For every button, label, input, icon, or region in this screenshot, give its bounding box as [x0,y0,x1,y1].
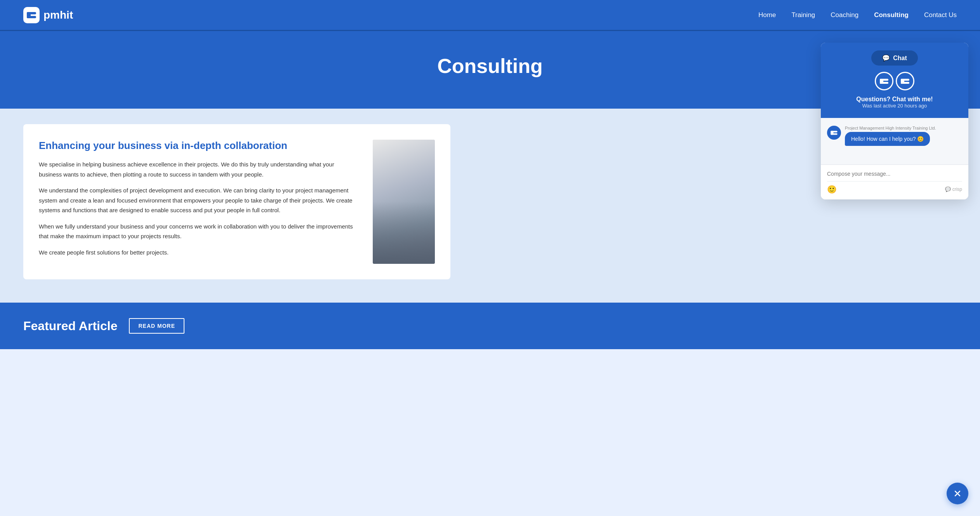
svg-rect-5 [880,79,883,84]
featured-section: Featured Article READ MORE [0,303,980,349]
agent-status: Was last active 20 hours ago [829,103,961,109]
content-card: Enhancing your business via in-depth col… [23,124,450,279]
emoji-icon[interactable]: 🙂 [827,185,837,194]
logo[interactable]: pmhit [23,7,73,23]
nav-contact[interactable]: Contact Us [924,11,957,19]
chat-sender-avatar [827,126,841,140]
crisp-label: crisp [952,187,962,192]
chat-input-footer: 🙂 💬 crisp [827,181,962,194]
nav-coaching[interactable]: Coaching [831,11,858,19]
chat-messages: Project Management High Intensity Traini… [821,118,968,164]
content-heading: Enhancing your business via in-depth col… [39,140,357,152]
nav-training[interactable]: Training [792,11,815,19]
content-paragraph-1: We specialise in helping business achiev… [39,159,357,179]
header: pmhit Home Training Coaching Consulting … [0,0,980,31]
agent-avatar-row [829,72,961,90]
avatar-2 [896,72,914,90]
chat-input-area: 🙂 💬 crisp [821,164,968,199]
chat-agent-info: Questions? Chat with me! Was last active… [829,96,961,109]
chat-input[interactable] [827,171,962,177]
svg-rect-2 [27,12,31,18]
chat-sender-name: Project Management High Intensity Traini… [845,126,962,130]
svg-rect-11 [831,131,833,135]
content-paragraph-2: We understand the complexities of projec… [39,185,357,215]
chat-message-row: Project Management High Intensity Traini… [827,126,962,146]
chat-bubble-icon: 💬 [882,54,890,62]
content-paragraph-4: We create people first solutions for bet… [39,248,357,258]
chat-button-label: Chat [893,55,907,62]
avatar-1 [875,72,893,90]
chat-icon-small: 💬 [945,187,951,192]
nav-home[interactable]: Home [758,11,776,19]
content-text: Enhancing your business via in-depth col… [39,140,357,257]
main-nav: Home Training Coaching Consulting Contac… [758,11,957,19]
agent-name: Questions? Chat with me! [829,96,961,103]
agent-avatars [875,72,914,90]
chat-button-row: 💬 Chat [829,50,961,66]
logo-icon [23,7,40,23]
chat-header: 💬 Chat [821,43,968,118]
content-paragraph-3: When we fully understand your business a… [39,222,357,241]
nav-consulting[interactable]: Consulting [874,11,909,19]
chat-close-button[interactable] [947,483,968,504]
crisp-badge: 💬 crisp [945,187,962,192]
chat-widget: 💬 Chat [821,43,968,199]
chat-bubble: Hello! How can I help you? 😊 [845,132,930,146]
chat-button[interactable]: 💬 Chat [871,50,918,66]
content-image [373,140,435,264]
svg-rect-8 [901,79,904,84]
logo-text: pmhit [43,9,73,21]
chat-message-content: Project Management High Intensity Traini… [845,126,962,146]
read-more-button[interactable]: READ MORE [129,318,184,334]
featured-title: Featured Article [23,319,117,333]
